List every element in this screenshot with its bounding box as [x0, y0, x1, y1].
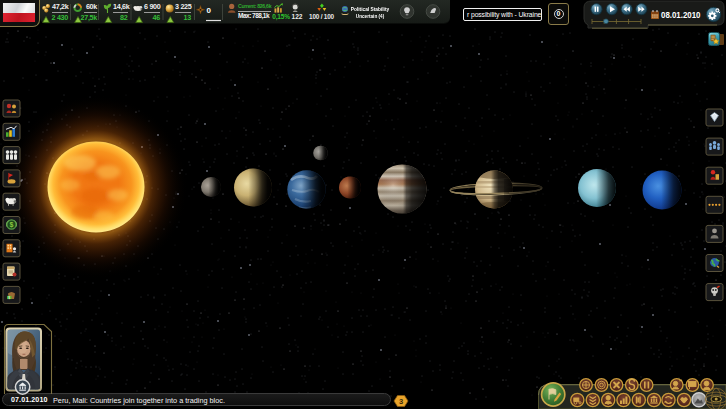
- svg-text:$: $: [10, 221, 14, 229]
- svg-text:08.01.2010: 08.01.2010: [661, 10, 701, 20]
- svg-text:$: $: [8, 296, 10, 300]
- svg-text:3: 3: [399, 397, 403, 406]
